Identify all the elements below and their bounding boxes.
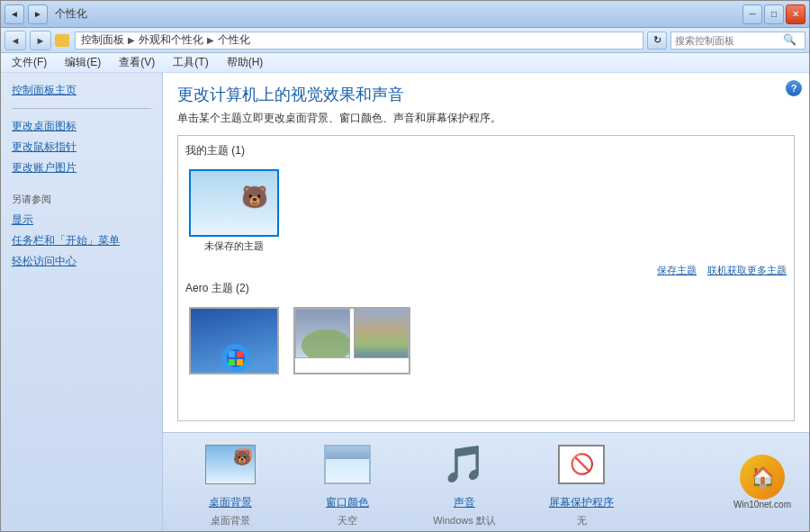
toolbar-sound[interactable]: 🎵 声音 Windows 默认 bbox=[415, 437, 514, 527]
search-input[interactable] bbox=[675, 35, 783, 46]
breadcrumb-arrow-1: ▶ bbox=[128, 35, 135, 45]
breadcrumb-arrow-2: ▶ bbox=[207, 35, 214, 45]
screensaver-label[interactable]: 屏幕保护程序 bbox=[549, 495, 614, 510]
refresh-btn[interactable]: ↻ bbox=[647, 32, 667, 50]
watermark-logo: 🏠 bbox=[740, 455, 785, 500]
get-more-themes-link[interactable]: 联机获取更多主题 bbox=[707, 264, 787, 277]
back-btn[interactable]: ◄ bbox=[4, 31, 26, 50]
breadcrumb-2: 外观和个性化 bbox=[139, 32, 203, 48]
thumb-landscape bbox=[354, 309, 409, 358]
window-color-preview bbox=[324, 445, 371, 484]
nature-svg bbox=[296, 310, 350, 358]
search-bar: 🔍 bbox=[670, 32, 806, 50]
nav-forward-btn[interactable]: ► bbox=[28, 5, 48, 24]
main-content: 控制面板主页 更改桌面图标 更改鼠标指针 更改账户图片 另请参阅 显示 任务栏和… bbox=[1, 73, 809, 531]
aero-themes-label: Aero 主题 (2) bbox=[185, 281, 787, 296]
right-panel: ? 更改计算机上的视觉效果和声音 单击某个主题立即更改桌面背景、窗口颜色、声音和… bbox=[163, 73, 809, 531]
breadcrumb-3: 个性化 bbox=[218, 32, 250, 48]
desktop-bg-svg bbox=[206, 446, 256, 484]
window-color-label[interactable]: 窗口颜色 bbox=[326, 495, 369, 510]
theme-section: 我的主题 (1) bbox=[177, 135, 795, 421]
sidebar-link-2[interactable]: 更改账户图片 bbox=[12, 158, 151, 178]
minimize-btn[interactable]: ─ bbox=[742, 5, 762, 24]
watermark-container: 🏠 Win10net.com bbox=[734, 455, 791, 509]
sound-emoji: 🎵 bbox=[442, 443, 487, 485]
main-window: ◄ ► 个性化 ─ □ ✕ ◄ ► 控制面板 ▶ 外观和个性化 ▶ 个性化 ↻ … bbox=[0, 0, 810, 532]
svg-rect-20 bbox=[206, 446, 256, 484]
unsaved-theme-label: 未保存的主题 bbox=[204, 239, 264, 253]
svg-rect-16 bbox=[237, 359, 243, 365]
toolbar-desktop-bg[interactable]: 桌面背景 桌面背景 bbox=[181, 437, 280, 527]
svg-point-1 bbox=[200, 183, 236, 204]
sidebar: 控制面板主页 更改桌面图标 更改鼠标指针 更改账户图片 另请参阅 显示 任务栏和… bbox=[1, 73, 163, 531]
svg-rect-13 bbox=[229, 351, 235, 357]
watermark-text: Win10net.com bbox=[734, 500, 791, 509]
theme-item-unsaved[interactable]: 未保存的主题 bbox=[185, 166, 283, 257]
title-bar: ◄ ► 个性化 ─ □ ✕ bbox=[1, 1, 809, 28]
unsaved-preview-svg bbox=[191, 171, 279, 237]
window-title: 个性化 bbox=[55, 6, 87, 22]
see-also-title: 另请参阅 bbox=[12, 193, 151, 206]
aero-preview-2 bbox=[293, 307, 410, 374]
sidebar-main-link[interactable]: 控制面板主页 bbox=[12, 80, 151, 101]
see-also-link-2[interactable]: 轻松访问中心 bbox=[12, 251, 151, 272]
see-also-link-0[interactable]: 显示 bbox=[12, 210, 151, 230]
screensaver-sublabel: 无 bbox=[577, 514, 587, 527]
svg-point-22 bbox=[237, 448, 243, 455]
svg-rect-15 bbox=[229, 359, 235, 365]
screensaver-icon bbox=[554, 437, 608, 491]
toolbar-screensaver[interactable]: 屏幕保护程序 无 bbox=[532, 437, 631, 527]
svg-point-21 bbox=[236, 448, 252, 464]
menu-view[interactable]: 查看(V) bbox=[115, 53, 158, 72]
svg-point-6 bbox=[247, 187, 265, 205]
save-theme-link[interactable]: 保存主题 bbox=[657, 264, 697, 277]
svg-point-25 bbox=[240, 454, 242, 455]
menu-edit[interactable]: 编辑(E) bbox=[61, 53, 104, 72]
desktop-bg-preview bbox=[205, 445, 256, 484]
save-links: 保存主题 联机获取更多主题 bbox=[185, 264, 787, 277]
toolbar-window-color[interactable]: 窗口颜色 天空 bbox=[298, 437, 397, 527]
menu-bar: 文件(F) 编辑(E) 查看(V) 工具(T) 帮助(H) bbox=[1, 53, 809, 73]
svg-point-2 bbox=[218, 182, 245, 200]
unsaved-preview-inner bbox=[191, 171, 277, 235]
forward-btn[interactable]: ► bbox=[30, 31, 51, 50]
svg-point-8 bbox=[257, 193, 261, 196]
help-btn[interactable]: ? bbox=[786, 80, 802, 96]
sidebar-link-1[interactable]: 更改鼠标指针 bbox=[12, 137, 151, 158]
sidebar-link-0[interactable]: 更改桌面图标 bbox=[12, 116, 151, 137]
window-color-sublabel: 天空 bbox=[338, 514, 357, 527]
svg-point-3 bbox=[243, 184, 268, 209]
aero-preview-1 bbox=[189, 307, 279, 374]
content-area: ? 更改计算机上的视觉效果和声音 单击某个主题立即更改桌面背景、窗口颜色、声音和… bbox=[163, 73, 809, 432]
see-also-link-1[interactable]: 任务栏和「开始」菜单 bbox=[12, 230, 151, 251]
restore-btn[interactable]: □ bbox=[764, 5, 784, 24]
my-themes-label: 我的主题 (1) bbox=[185, 143, 787, 158]
bottom-toolbar: 桌面背景 桌面背景 窗口颜色 天空 🎵 声音 W bbox=[163, 432, 809, 531]
menu-file[interactable]: 文件(F) bbox=[8, 53, 50, 72]
content-description: 单击某个主题立即更改桌面背景、窗口颜色、声音和屏幕保护程序。 bbox=[177, 111, 795, 126]
window-color-icon bbox=[320, 437, 374, 491]
svg-point-9 bbox=[253, 198, 258, 202]
window-controls: ─ □ ✕ bbox=[742, 5, 806, 24]
nav-back-btn[interactable]: ◄ bbox=[4, 5, 24, 24]
folder-icon bbox=[55, 34, 69, 47]
desktop-bg-label[interactable]: 桌面背景 bbox=[209, 495, 252, 510]
aero-theme-2[interactable] bbox=[290, 303, 414, 378]
address-bar: ◄ ► 控制面板 ▶ 外观和个性化 ▶ 个性化 ↻ 🔍 bbox=[1, 28, 809, 53]
screensaver-preview bbox=[558, 445, 605, 484]
svg-point-23 bbox=[246, 448, 252, 455]
breadcrumb-1: 控制面板 bbox=[81, 32, 124, 48]
svg-rect-0 bbox=[191, 171, 279, 237]
sound-icon: 🎵 bbox=[437, 437, 491, 491]
search-icon[interactable]: 🔍 bbox=[783, 33, 797, 48]
unsaved-theme-preview bbox=[189, 169, 279, 237]
aero-theme-1[interactable] bbox=[185, 303, 283, 378]
menu-tools[interactable]: 工具(T) bbox=[169, 53, 212, 72]
close-btn[interactable]: ✕ bbox=[786, 5, 806, 24]
address-path[interactable]: 控制面板 ▶ 外观和个性化 ▶ 个性化 bbox=[75, 32, 644, 50]
menu-help[interactable]: 帮助(H) bbox=[223, 53, 267, 72]
aero-svg-1 bbox=[191, 309, 279, 374]
svg-point-24 bbox=[238, 451, 249, 462]
sidebar-separator bbox=[12, 108, 151, 109]
sound-label[interactable]: 声音 bbox=[454, 495, 475, 510]
